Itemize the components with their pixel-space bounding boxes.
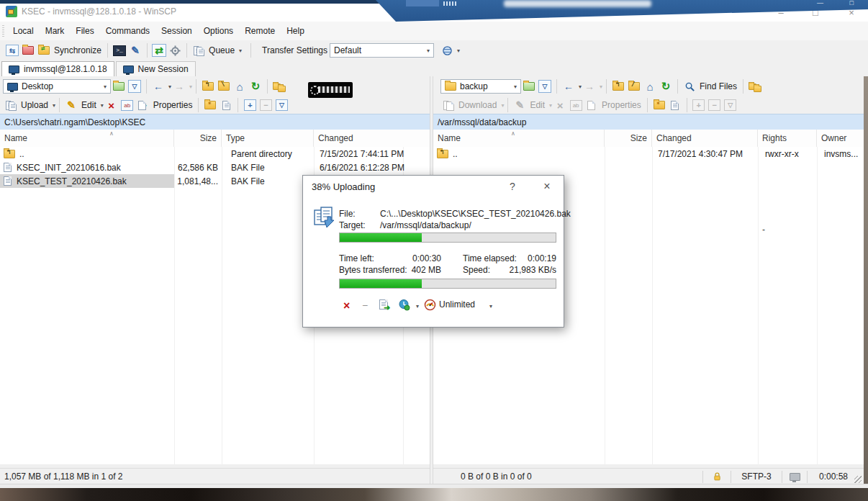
local-filter-icon[interactable]: ▽ [127,78,142,94]
remote-header-size[interactable]: Size [605,130,652,147]
remote-path-bar[interactable]: /var/mssql/data/backup [433,114,864,130]
remote-new-folder-icon[interactable]: ✶ [652,97,666,113]
local-header-type[interactable]: Type [222,130,314,147]
local-selection-filter-icon[interactable]: ▽ [274,97,289,113]
background-minimize-icon[interactable]: — [817,0,823,6]
local-unselect-icon[interactable]: − [258,97,273,113]
local-header-name[interactable]: Name ∧ [0,130,174,147]
remote-refresh-icon[interactable]: ↻ [659,78,673,94]
synchronize-red-folders-icon[interactable] [21,42,35,58]
local-row-parent[interactable]: ↰.. Parent directory 7/15/2021 7:44:11 P… [0,147,430,161]
queue-label[interactable]: Queue [209,45,235,55]
local-back-caret-icon[interactable]: ▾ [168,84,171,90]
local-root-directory-icon[interactable]: \ [217,78,231,94]
new-session-tab[interactable]: New Session [116,61,196,76]
local-back-icon[interactable]: ← [151,78,166,94]
remote-back-caret-icon[interactable]: ▾ [579,84,582,90]
remote-row-parent[interactable]: ↰.. 7/17/2021 4:30:47 PM rwxr-xr-x invsm… [433,147,864,161]
local-properties-icon[interactable]: ✓ [136,97,150,113]
session-tab-active[interactable]: invmssql@128.1.0.18 [1,61,114,76]
upload-caret-icon[interactable]: ▾ [53,102,55,109]
remote-back-icon[interactable]: ← [561,78,576,94]
transfer-settings-dropdown[interactable]: Default ▾ [330,43,434,58]
cancel-transfer-button[interactable]: × [343,299,350,312]
minimize-transfer-button[interactable]: _ [363,297,368,307]
local-path-bar[interactable]: C:\Users\chatri.ngam\Desktop\KSEC [0,114,430,130]
remote-header-rights[interactable]: Rights [758,130,817,147]
local-open-directory-icon[interactable] [112,78,126,94]
remote-header-name[interactable]: Name ∧ [433,130,605,147]
local-edit-label[interactable]: Edit [81,100,96,110]
file-progress-bar [339,233,556,243]
remote-filter-icon[interactable]: ▽ [538,78,552,94]
remote-parent-directory-icon[interactable]: ↰ [611,78,625,94]
local-header-size[interactable]: Size [174,130,222,147]
remote-root-directory-icon[interactable]: / [627,78,641,94]
local-copy-structure-icon[interactable] [272,78,286,94]
transfer-settings-caret-icon: ▾ [427,48,430,54]
local-edit-icon[interactable]: ✎ [64,97,78,113]
remote-sort-ascending-icon: ∧ [511,130,515,137]
remote-directory-dropdown[interactable]: backup ▾ [440,79,521,94]
dialog-close-button[interactable]: × [539,180,555,193]
transfer-options-caret-icon[interactable]: ▾ [457,48,460,54]
upload-icon[interactable] [4,97,18,113]
synchronize-label[interactable]: Synchronize [54,45,101,55]
suspend-caret-icon[interactable]: ▾ [416,303,419,310]
upload-label[interactable]: Upload [21,100,48,110]
speed-limit-label[interactable]: Unlimited [439,299,475,310]
local-forward-icon[interactable]: → [172,78,186,94]
open-terminal-icon[interactable]: >_ [112,42,127,58]
menu-commands[interactable]: Commands [100,22,155,40]
menu-options[interactable]: Options [198,22,239,40]
local-edit-caret-icon[interactable]: ▾ [101,102,104,109]
remote-header-changed[interactable]: Changed [652,130,758,147]
preferences-gear-icon[interactable] [168,42,182,58]
local-parent-directory-icon[interactable]: ↰ [201,78,215,94]
local-new-folder-icon[interactable]: ✶ [203,97,217,113]
menu-help[interactable]: Help [281,22,310,40]
speed-limit-caret-icon[interactable]: ▾ [489,303,492,310]
dialog-titlebar[interactable]: 38% Uploading [303,176,564,197]
local-forward-caret-icon[interactable]: ▾ [189,84,192,90]
speed-limit-gauge-icon[interactable] [424,299,436,311]
menu-remote[interactable]: Remote [239,22,281,40]
remote-home-directory-icon[interactable]: ⌂ [643,78,657,94]
menu-local[interactable]: Local [7,22,40,40]
menu-mark[interactable]: Mark [40,22,71,40]
local-drive-dropdown[interactable]: Desktop ▾ [3,79,111,94]
queue-icon[interactable] [191,42,206,58]
menu-session[interactable]: Session [155,22,198,40]
local-new-file-icon[interactable] [219,97,233,113]
sync-browsing-icon[interactable]: ✎ [128,42,143,58]
menu-files[interactable]: Files [70,22,99,40]
local-header-changed[interactable]: Changed [314,130,430,147]
local-properties-label[interactable]: Properties [153,100,193,110]
remote-copy-structure-icon[interactable] [748,78,762,94]
local-select-icon[interactable]: + [243,97,257,113]
refresh-session-icon[interactable]: ⇄ [152,42,166,58]
synchronize-folders-icon[interactable]: ⇄ [37,42,51,58]
dialog-help-button[interactable]: ? [505,180,520,193]
remote-forward-icon[interactable]: → [582,78,597,94]
transfer-options-icon[interactable] [440,42,454,58]
local-rename-icon[interactable]: ab [120,97,135,113]
find-files-icon[interactable] [682,78,697,94]
move-to-background-icon[interactable]: ➜ [379,299,388,312]
find-files-label[interactable]: Find Files [700,81,737,91]
local-row-ksec-init[interactable]: KSEC_INIT_20210616.bak 62,586 KB BAK Fil… [0,161,430,174]
resize-grip[interactable] [854,476,862,483]
suspend-clock-icon[interactable] [398,299,410,311]
compare-panels-icon[interactable]: ⇆ [5,42,19,58]
local-refresh-icon[interactable]: ↻ [248,78,263,94]
speed-label: Speed: [463,265,490,275]
remote-forward-caret-icon[interactable]: ▾ [600,84,602,90]
local-delete-icon[interactable]: × [104,97,119,113]
local-home-directory-icon[interactable]: ⌂ [232,78,247,94]
remote-open-directory-icon[interactable] [522,78,536,94]
remote-header-owner[interactable]: Owner [817,130,864,147]
queue-caret-icon[interactable]: ▾ [239,48,242,54]
background-maximize-icon[interactable]: □ [850,0,854,6]
remote-new-file-icon[interactable] [668,97,682,113]
desktop-edge-strip [864,76,868,488]
